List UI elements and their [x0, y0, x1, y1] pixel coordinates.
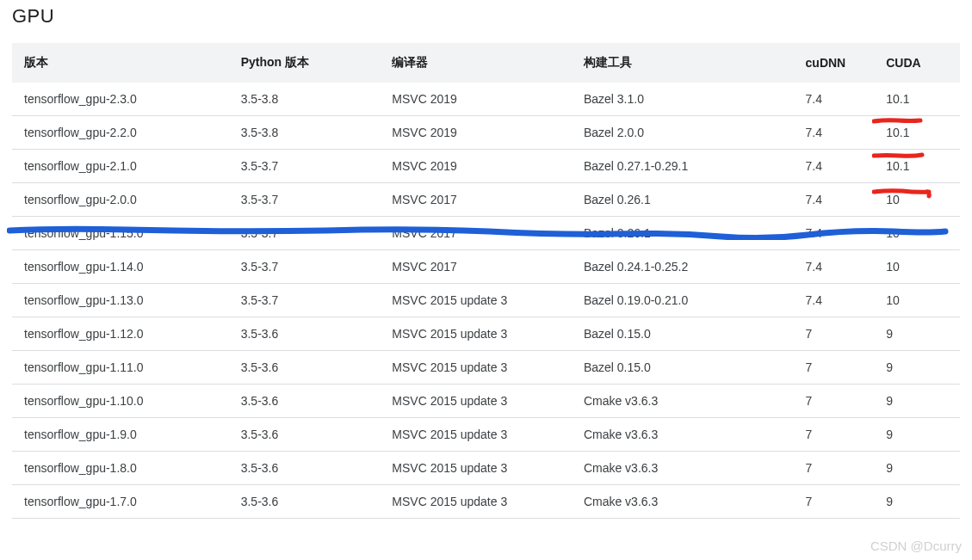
cell-cudnn: 7: [799, 385, 880, 418]
cell-build: Bazel 0.15.0: [577, 317, 799, 351]
cell-version: tensorflow_gpu-2.1.0: [12, 150, 234, 183]
cell-python: 3.5-3.6: [234, 385, 386, 418]
table-row: tensorflow_gpu-2.2.03.5-3.8MSVC 2019Baze…: [12, 116, 960, 150]
cell-cuda: 10.1: [879, 150, 960, 183]
cell-build: Cmake v3.6.3: [577, 385, 799, 418]
cell-python: 3.5-3.6: [234, 418, 386, 452]
header-python: Python 版本: [234, 43, 386, 83]
cell-python: 3.5-3.7: [234, 150, 386, 183]
cell-version: tensorflow_gpu-1.13.0: [12, 284, 234, 317]
cell-cudnn: 7: [799, 317, 880, 351]
table-row: tensorflow_gpu-1.15.03.5-3.7MSVC 2017Baz…: [12, 217, 960, 250]
cell-cuda: 9: [879, 452, 960, 485]
table-row: tensorflow_gpu-2.3.03.5-3.8MSVC 2019Baze…: [12, 83, 960, 116]
cell-build: Bazel 0.19.0-0.21.0: [577, 284, 799, 317]
table-row: tensorflow_gpu-1.8.03.5-3.6MSVC 2015 upd…: [12, 452, 960, 485]
cell-cudnn: 7: [799, 351, 880, 385]
cell-build: Bazel 0.26.1: [577, 183, 799, 217]
cell-python: 3.5-3.6: [234, 317, 386, 351]
cell-compiler: MSVC 2019: [385, 83, 577, 116]
header-build: 构建工具: [577, 43, 799, 83]
cell-compiler: MSVC 2015 update 3: [385, 485, 577, 519]
header-cuda: CUDA: [879, 43, 960, 83]
cell-build: Cmake v3.6.3: [577, 452, 799, 485]
cell-compiler: MSVC 2017: [385, 183, 577, 217]
cell-compiler: MSVC 2015 update 3: [385, 351, 577, 385]
table-row: tensorflow_gpu-2.1.03.5-3.7MSVC 2019Baze…: [12, 150, 960, 183]
cell-cuda: 10: [879, 250, 960, 284]
cell-cudnn: 7.4: [799, 217, 880, 250]
cell-cuda: 10: [879, 217, 960, 250]
cell-build: Bazel 3.1.0: [577, 83, 799, 116]
cell-cudnn: 7: [799, 418, 880, 452]
cell-cudnn: 7.4: [799, 284, 880, 317]
table-row: tensorflow_gpu-1.13.03.5-3.7MSVC 2015 up…: [12, 284, 960, 317]
cell-cudnn: 7.4: [799, 183, 880, 217]
table-header-row: 版本 Python 版本 编译器 构建工具 cuDNN CUDA: [12, 43, 960, 83]
cell-python: 3.5-3.8: [234, 116, 386, 150]
cell-compiler: MSVC 2019: [385, 116, 577, 150]
cell-compiler: MSVC 2017: [385, 250, 577, 284]
cell-compiler: MSVC 2019: [385, 150, 577, 183]
watermark-text: CSDN @Dcurry: [870, 538, 962, 553]
gpu-compat-table: 版本 Python 版本 编译器 构建工具 cuDNN CUDA tensorf…: [12, 43, 960, 519]
cell-compiler: MSVC 2015 update 3: [385, 452, 577, 485]
header-cudnn: cuDNN: [799, 43, 880, 83]
cell-python: 3.5-3.7: [234, 250, 386, 284]
cell-version: tensorflow_gpu-1.7.0: [12, 485, 234, 519]
header-version: 版本: [12, 43, 234, 83]
cell-python: 3.5-3.6: [234, 485, 386, 519]
cell-build: Bazel 0.27.1-0.29.1: [577, 150, 799, 183]
table-row: tensorflow_gpu-2.0.03.5-3.7MSVC 2017Baze…: [12, 183, 960, 217]
cell-cuda: 9: [879, 317, 960, 351]
cell-cuda: 10: [879, 284, 960, 317]
cell-python: 3.5-3.7: [234, 217, 386, 250]
cell-cudnn: 7: [799, 452, 880, 485]
table-row: tensorflow_gpu-1.14.03.5-3.7MSVC 2017Baz…: [12, 250, 960, 284]
cell-build: Cmake v3.6.3: [577, 485, 799, 519]
cell-version: tensorflow_gpu-1.11.0: [12, 351, 234, 385]
table-row: tensorflow_gpu-1.12.03.5-3.6MSVC 2015 up…: [12, 317, 960, 351]
cell-python: 3.5-3.6: [234, 452, 386, 485]
cell-build: Cmake v3.6.3: [577, 418, 799, 452]
cell-version: tensorflow_gpu-1.14.0: [12, 250, 234, 284]
cell-version: tensorflow_gpu-2.2.0: [12, 116, 234, 150]
cell-build: Bazel 0.24.1-0.25.2: [577, 250, 799, 284]
cell-cuda: 10: [879, 183, 960, 217]
cell-cuda: 9: [879, 351, 960, 385]
cell-version: tensorflow_gpu-1.15.0: [12, 217, 234, 250]
cell-cuda: 9: [879, 418, 960, 452]
cell-build: Bazel 0.15.0: [577, 351, 799, 385]
cell-python: 3.5-3.7: [234, 284, 386, 317]
section-heading: GPU: [12, 5, 960, 28]
cell-version: tensorflow_gpu-2.0.0: [12, 183, 234, 217]
cell-build: Bazel 0.26.1: [577, 217, 799, 250]
cell-version: tensorflow_gpu-2.3.0: [12, 83, 234, 116]
cell-cuda: 10.1: [879, 116, 960, 150]
header-compiler: 编译器: [385, 43, 577, 83]
table-row: tensorflow_gpu-1.9.03.5-3.6MSVC 2015 upd…: [12, 418, 960, 452]
cell-cuda: 9: [879, 485, 960, 519]
table-row: tensorflow_gpu-1.11.03.5-3.6MSVC 2015 up…: [12, 351, 960, 385]
cell-cudnn: 7: [799, 485, 880, 519]
cell-cudnn: 7.4: [799, 116, 880, 150]
cell-compiler: MSVC 2017: [385, 217, 577, 250]
cell-cuda: 10.1: [879, 83, 960, 116]
cell-version: tensorflow_gpu-1.12.0: [12, 317, 234, 351]
cell-python: 3.5-3.7: [234, 183, 386, 217]
cell-python: 3.5-3.8: [234, 83, 386, 116]
cell-compiler: MSVC 2015 update 3: [385, 418, 577, 452]
cell-version: tensorflow_gpu-1.10.0: [12, 385, 234, 418]
table-row: tensorflow_gpu-1.10.03.5-3.6MSVC 2015 up…: [12, 385, 960, 418]
cell-compiler: MSVC 2015 update 3: [385, 385, 577, 418]
cell-build: Bazel 2.0.0: [577, 116, 799, 150]
cell-cuda: 9: [879, 385, 960, 418]
cell-version: tensorflow_gpu-1.8.0: [12, 452, 234, 485]
cell-compiler: MSVC 2015 update 3: [385, 284, 577, 317]
cell-version: tensorflow_gpu-1.9.0: [12, 418, 234, 452]
cell-cudnn: 7.4: [799, 83, 880, 116]
cell-cudnn: 7.4: [799, 150, 880, 183]
cell-compiler: MSVC 2015 update 3: [385, 317, 577, 351]
cell-python: 3.5-3.6: [234, 351, 386, 385]
cell-cudnn: 7.4: [799, 250, 880, 284]
